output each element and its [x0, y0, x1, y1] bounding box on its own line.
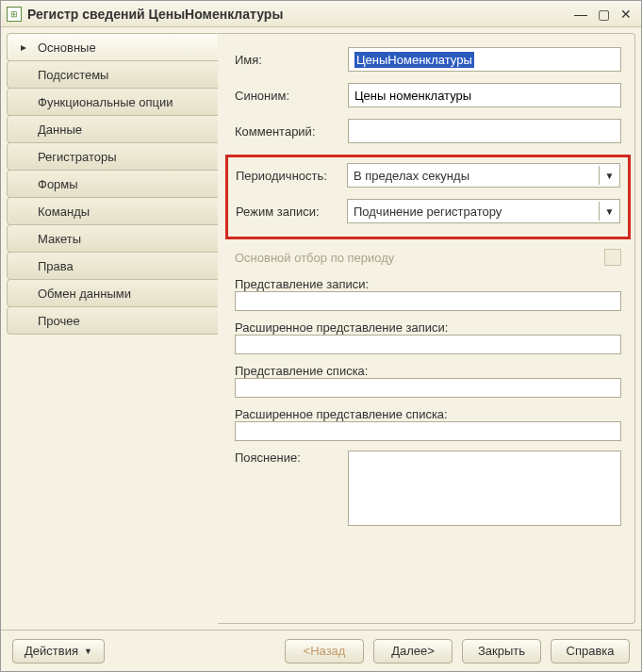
- help-label: Справка: [567, 644, 615, 658]
- ext-list-presentation-label: Расширенное представление списка:: [235, 407, 621, 421]
- tab-forms[interactable]: Формы: [7, 170, 219, 198]
- synonym-input[interactable]: [348, 83, 621, 107]
- tab-main[interactable]: Основные: [7, 33, 219, 61]
- ext-list-presentation-input[interactable]: [235, 421, 621, 441]
- maximize-button[interactable]: ▢: [594, 6, 613, 23]
- tab-label: Обмен данными: [38, 287, 131, 301]
- explanation-label: Пояснение:: [235, 451, 348, 465]
- register-icon: ⊞: [7, 7, 22, 22]
- list-presentation-label: Представление списка:: [235, 364, 621, 378]
- synonym-label: Синоним:: [235, 89, 348, 103]
- chevron-down-icon: ▼: [599, 202, 619, 221]
- tab-subsystems[interactable]: Подсистемы: [7, 60, 219, 89]
- tab-other[interactable]: Прочее: [7, 306, 219, 335]
- row-name: Имя: ЦеныНоменклатуры: [235, 47, 621, 72]
- tab-label: Макеты: [38, 232, 81, 246]
- ext-record-presentation-label: Расширенное представление записи:: [235, 320, 621, 335]
- back-button[interactable]: <Назад: [285, 639, 364, 664]
- highlighted-section: Периодичность: В пределах секунды ▼ Режи…: [225, 155, 631, 239]
- actions-button[interactable]: Действия ▼: [12, 639, 105, 664]
- tab-label: Данные: [38, 123, 82, 137]
- row-synonym: Синоним:: [235, 83, 621, 107]
- minimize-button[interactable]: —: [571, 6, 590, 23]
- main-filter-label: Основной отбор по периоду: [235, 251, 394, 265]
- back-label: <Назад: [304, 644, 346, 658]
- tab-label: Формы: [38, 177, 78, 191]
- tab-data-exchange[interactable]: Обмен данными: [7, 279, 219, 307]
- close-label: Закрыть: [478, 644, 525, 658]
- periodicity-value: В пределах секунды: [354, 169, 469, 183]
- ext-record-presentation-input[interactable]: [235, 335, 621, 354]
- name-value: ЦеныНоменклатуры: [354, 52, 474, 68]
- tab-rights[interactable]: Права: [7, 252, 219, 280]
- titlebar: ⊞ Регистр сведений ЦеныНоменклатуры — ▢ …: [1, 1, 641, 27]
- row-periodicity: Периодичность: В пределах секунды ▼: [236, 163, 620, 188]
- row-ext-record-presentation: Расширенное представление записи:: [235, 320, 621, 354]
- tab-label: Основные: [38, 41, 96, 55]
- close-button[interactable]: ✕: [617, 6, 635, 23]
- record-presentation-input[interactable]: [235, 291, 621, 311]
- periodicity-label: Периодичность:: [236, 169, 347, 183]
- tab-data[interactable]: Данные: [7, 115, 219, 143]
- write-mode-label: Режим записи:: [236, 205, 347, 219]
- record-presentation-label: Представление записи:: [235, 277, 621, 291]
- chevron-down-icon: ▼: [599, 166, 619, 185]
- periodicity-select[interactable]: В пределах секунды ▼: [347, 163, 620, 188]
- comment-label: Комментарий:: [235, 124, 348, 139]
- list-presentation-input[interactable]: [235, 378, 621, 398]
- tab-templates[interactable]: Макеты: [7, 224, 219, 253]
- row-main-filter: Основной отбор по периоду: [235, 249, 621, 266]
- row-comment: Комментарий:: [235, 119, 621, 143]
- row-write-mode: Режим записи: Подчинение регистратору ▼: [236, 199, 620, 223]
- comment-input[interactable]: [348, 119, 621, 143]
- footer: Действия ▼ <Назад Далее> Закрыть Справка: [1, 630, 641, 671]
- sidebar: Основные Подсистемы Функциональные опции…: [7, 33, 219, 624]
- content-panel: Имя: ЦеныНоменклатуры Синоним: Комментар…: [218, 33, 635, 624]
- tab-label: Прочее: [38, 314, 80, 328]
- main-filter-checkbox: [604, 249, 621, 266]
- body: Основные Подсистемы Функциональные опции…: [1, 27, 641, 630]
- tab-label: Команды: [38, 205, 90, 219]
- name-label: Имя:: [235, 53, 348, 67]
- tab-label: Функциональные опции: [38, 95, 173, 109]
- write-mode-value: Подчинение регистратору: [354, 205, 502, 219]
- row-list-presentation: Представление списка:: [235, 364, 621, 398]
- window-controls: — ▢ ✕: [571, 6, 635, 23]
- row-explanation: Пояснение:: [235, 451, 621, 526]
- tab-label: Права: [38, 259, 74, 273]
- tab-label: Подсистемы: [38, 68, 108, 82]
- window-title: Регистр сведений ЦеныНоменклатуры: [27, 7, 571, 22]
- tab-recorders[interactable]: Регистраторы: [7, 142, 219, 171]
- window: ⊞ Регистр сведений ЦеныНоменклатуры — ▢ …: [0, 0, 642, 672]
- next-label: Далее>: [391, 644, 435, 658]
- tab-commands[interactable]: Команды: [7, 197, 219, 225]
- close-dialog-button[interactable]: Закрыть: [462, 639, 541, 664]
- tab-label: Регистраторы: [38, 150, 117, 164]
- row-ext-list-presentation: Расширенное представление списка:: [235, 407, 621, 441]
- write-mode-select[interactable]: Подчинение регистратору ▼: [347, 199, 620, 223]
- next-button[interactable]: Далее>: [373, 639, 453, 664]
- row-record-presentation: Представление записи:: [235, 277, 621, 311]
- explanation-input[interactable]: [348, 451, 621, 526]
- tab-functional-options[interactable]: Функциональные опции: [7, 88, 219, 116]
- help-button[interactable]: Справка: [551, 639, 630, 664]
- name-input[interactable]: ЦеныНоменклатуры: [348, 47, 621, 72]
- actions-label: Действия: [25, 644, 78, 658]
- chevron-down-icon: ▼: [84, 647, 92, 656]
